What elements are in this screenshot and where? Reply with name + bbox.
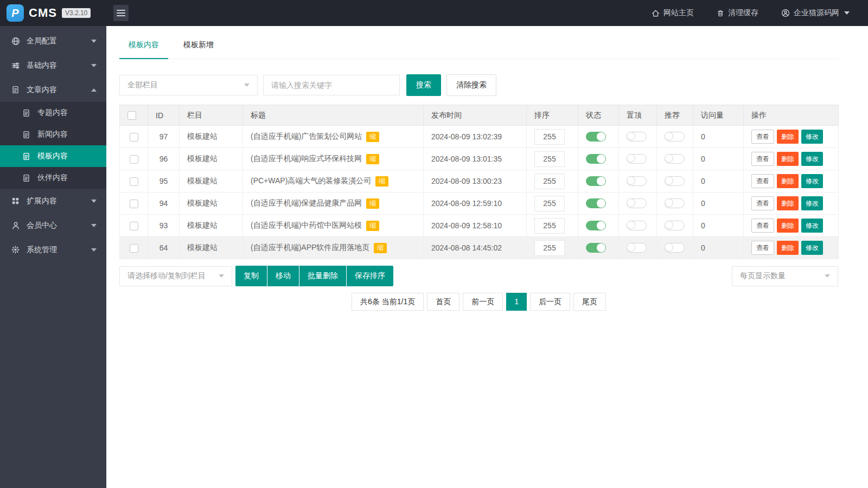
row-title[interactable]: (PC+WAP)高端大气的装修装潢公司 xyxy=(251,176,371,186)
delete-button[interactable]: 删除 xyxy=(777,174,799,188)
row-title[interactable]: (自适应手机端)中药馆中医网站模 xyxy=(251,221,362,230)
thumb-badge: 缩 xyxy=(366,132,379,142)
recommend-toggle[interactable] xyxy=(665,198,685,208)
chevron-down-icon xyxy=(91,40,97,43)
sidebar-subitem[interactable]: 模板内容 xyxy=(0,145,106,167)
sidebar-item[interactable]: 系统管理 xyxy=(0,237,106,262)
move-button[interactable]: 移动 xyxy=(267,266,299,286)
sort-input[interactable] xyxy=(534,218,565,234)
edit-button[interactable]: 修改 xyxy=(801,174,823,188)
delete-button[interactable]: 删除 xyxy=(777,219,799,233)
view-button[interactable]: 查看 xyxy=(751,196,774,210)
row-checkbox[interactable] xyxy=(130,200,138,208)
status-toggle[interactable] xyxy=(586,221,606,230)
view-button[interactable]: 查看 xyxy=(751,241,774,255)
pin-toggle[interactable] xyxy=(627,221,647,230)
sidebar-subitem[interactable]: 伙伴内容 xyxy=(0,167,106,189)
sort-input[interactable] xyxy=(534,240,565,256)
row-title[interactable]: (自适应手机端)广告策划公司网站 xyxy=(251,132,362,142)
chevron-down-icon xyxy=(91,248,97,252)
page-next[interactable]: 后一页 xyxy=(530,293,570,311)
batch-delete-button[interactable]: 批量删除 xyxy=(299,266,346,286)
edit-button[interactable]: 修改 xyxy=(801,130,823,144)
hamburger-menu-icon[interactable] xyxy=(113,5,129,21)
row-title[interactable]: (自适应手机端)响应式环保科技网 xyxy=(251,154,362,164)
sidebar-item[interactable]: 会员中心 xyxy=(0,213,106,237)
status-toggle[interactable] xyxy=(586,243,606,253)
delete-button[interactable]: 删除 xyxy=(777,196,799,210)
clear-search-button[interactable]: 清除搜索 xyxy=(446,74,496,96)
topbar-link[interactable]: 企业猫源码网 xyxy=(781,8,850,18)
sort-input[interactable] xyxy=(534,196,565,211)
thumb-badge: 缩 xyxy=(366,154,379,164)
page-size-select[interactable]: 每页显示数量 xyxy=(732,266,838,286)
globe-icon xyxy=(11,36,20,46)
row-sort-cell xyxy=(527,192,578,215)
edit-button[interactable]: 修改 xyxy=(801,219,823,233)
status-toggle[interactable] xyxy=(586,132,606,142)
edit-button[interactable]: 修改 xyxy=(801,152,823,166)
page-prev[interactable]: 前一页 xyxy=(463,293,503,311)
recommend-toggle[interactable] xyxy=(665,221,685,230)
pin-toggle[interactable] xyxy=(627,154,647,164)
search-input[interactable] xyxy=(263,75,400,95)
view-button[interactable]: 查看 xyxy=(751,152,774,166)
sidebar-item[interactable]: 基础内容 xyxy=(0,53,106,78)
row-title[interactable]: (自适应手机端)保健品健康产品网 xyxy=(251,198,362,208)
sidebar-item[interactable]: 文章内容 xyxy=(0,78,106,102)
sort-input[interactable] xyxy=(534,129,565,145)
delete-button[interactable]: 删除 xyxy=(777,241,799,255)
recommend-toggle[interactable] xyxy=(665,132,685,142)
sidebar-item-label: 文章内容 xyxy=(27,85,91,95)
sidebar-subitem[interactable]: 专题内容 xyxy=(0,102,106,124)
row-pinned-cell xyxy=(619,215,657,237)
move-copy-select[interactable]: 请选择移动/复制到栏目 xyxy=(119,266,232,286)
pin-toggle[interactable] xyxy=(627,243,647,253)
copy-button[interactable]: 复制 xyxy=(235,266,267,286)
chevron-down-icon xyxy=(91,224,97,227)
tab-template-new[interactable]: 模板新增 xyxy=(174,40,223,59)
row-pinned-cell xyxy=(619,192,657,215)
row-checkbox[interactable] xyxy=(130,222,138,230)
tab-template-content[interactable]: 模板内容 xyxy=(119,40,168,59)
sidebar-subitem-label: 新闻内容 xyxy=(37,130,97,139)
sidebar-subitem[interactable]: 新闻内容 xyxy=(0,124,106,145)
row-checkbox[interactable] xyxy=(130,133,138,142)
table-row: 94模板建站(自适应手机端)保健品健康产品网缩2024-08-09 12:59:… xyxy=(120,192,839,215)
row-title[interactable]: (自适应手机端)APP软件应用落地页 xyxy=(251,243,369,253)
topbar-link[interactable]: 清理缓存 xyxy=(717,8,758,18)
page-number[interactable]: 1 xyxy=(506,293,527,311)
logo[interactable]: P CMS V3.2.10 xyxy=(0,4,106,22)
status-toggle[interactable] xyxy=(586,154,606,164)
topbar-link[interactable]: 网站主页 xyxy=(652,8,694,18)
view-button[interactable]: 查看 xyxy=(751,174,774,188)
recommend-toggle[interactable] xyxy=(665,176,685,186)
category-select[interactable]: 全部栏目 xyxy=(119,75,258,95)
recommend-toggle[interactable] xyxy=(665,243,685,253)
page-first[interactable]: 首页 xyxy=(427,293,459,311)
page-last[interactable]: 尾页 xyxy=(573,293,606,311)
row-status-cell xyxy=(578,126,619,148)
status-toggle[interactable] xyxy=(586,198,606,208)
pin-toggle[interactable] xyxy=(627,176,647,186)
pin-toggle[interactable] xyxy=(627,132,647,142)
view-button[interactable]: 查看 xyxy=(751,130,774,144)
sort-input[interactable] xyxy=(534,174,565,189)
row-checkbox[interactable] xyxy=(130,177,138,186)
view-button[interactable]: 查看 xyxy=(751,219,774,233)
search-button[interactable]: 搜索 xyxy=(406,74,441,96)
recommend-toggle[interactable] xyxy=(665,154,685,164)
delete-button[interactable]: 删除 xyxy=(777,130,799,144)
edit-button[interactable]: 修改 xyxy=(801,196,823,210)
sidebar-item[interactable]: 扩展内容 xyxy=(0,189,106,213)
sort-input[interactable] xyxy=(534,151,565,167)
sidebar-item[interactable]: 全局配置 xyxy=(0,29,106,53)
row-checkbox[interactable] xyxy=(130,155,138,164)
select-all-checkbox[interactable] xyxy=(127,111,136,120)
row-checkbox[interactable] xyxy=(130,244,138,253)
delete-button[interactable]: 删除 xyxy=(777,152,799,166)
edit-button[interactable]: 修改 xyxy=(801,241,823,255)
status-toggle[interactable] xyxy=(586,176,606,186)
save-sort-button[interactable]: 保存排序 xyxy=(347,266,393,286)
pin-toggle[interactable] xyxy=(627,198,647,208)
